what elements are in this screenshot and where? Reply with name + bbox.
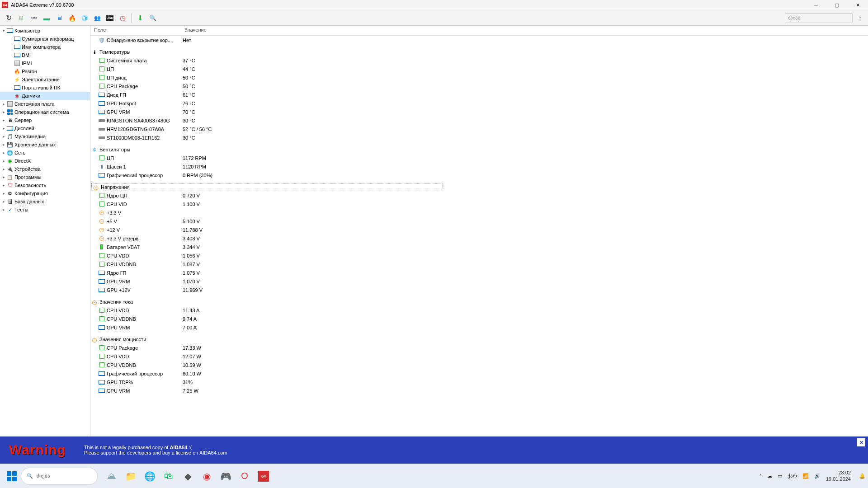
tree-node-2[interactable]: Имя компьютера (0, 43, 90, 51)
sensor-row[interactable]: ▮Шасси 11120 RPM (90, 162, 868, 171)
monitor-button[interactable]: 🖥 (54, 13, 64, 23)
sensor-row[interactable]: ЦП диод50 °C (90, 73, 868, 82)
osd-button[interactable]: OSD (105, 13, 115, 23)
expand-icon[interactable]: ▸ (1, 191, 6, 196)
sensor-row[interactable]: ~+3.3 V резерв3.408 V (90, 234, 868, 243)
task-opera[interactable]: O (236, 468, 253, 485)
taskbar-search[interactable]: 🔍 ძიება (21, 468, 98, 485)
tree-node-9[interactable]: ▸Системная плата (0, 100, 90, 108)
sensor-row[interactable]: GPU VRM70 °C (90, 108, 868, 116)
tree-node-16[interactable]: ▸◉DirectX (0, 157, 90, 165)
system-tray[interactable]: ^ ☁ ▭ ქარ 📶 🔊 23:02 19.01.2024 🔔 (760, 470, 865, 483)
report-button[interactable]: 🗎 (16, 13, 26, 23)
users-button[interactable]: 👥 (92, 13, 102, 23)
sensor-row[interactable]: Диод ГП61 °C (90, 90, 868, 99)
expand-icon[interactable]: ▸ (1, 110, 6, 114)
sensor-row[interactable]: ~+12 V11.788 V (90, 225, 868, 234)
section-header[interactable]: 🌡Температуры (90, 48, 868, 56)
sensor-row[interactable]: CPU VDDNB10.59 W (90, 361, 868, 369)
sensor-row[interactable]: Графический процессор60.10 W (90, 369, 868, 378)
tree-node-1[interactable]: Суммарная информац (0, 35, 90, 43)
expand-icon[interactable]: ▸ (1, 150, 6, 155)
benchmark-button[interactable]: 🔥 (67, 13, 77, 23)
sensor-row[interactable]: CPU VDD11.43 A (90, 306, 868, 314)
tree-node-15[interactable]: ▸🌐Сеть (0, 149, 90, 157)
sensor-row[interactable]: GPU VRM7.00 A (90, 323, 868, 332)
tree-node-19[interactable]: ▸🛡Безопасность (0, 181, 90, 189)
tree-node-22[interactable]: ▸✓Тесты (0, 206, 90, 214)
glasses-button[interactable]: 👓 (29, 13, 39, 23)
task-aida64[interactable]: 64 (255, 468, 272, 485)
expand-icon[interactable]: ▸ (1, 207, 6, 212)
expand-icon[interactable]: ▸ (1, 199, 6, 204)
sensor-row[interactable]: KINGSTON SA400S37480G30 °C (90, 116, 868, 125)
sensor-row[interactable]: Графический процессор0 RPM (30%) (90, 171, 868, 179)
task-edge[interactable]: 🌐 (141, 468, 158, 485)
tree-node-7[interactable]: Портативный ПК (0, 84, 90, 92)
section-header[interactable]: ~Напряжения (91, 183, 443, 191)
tray-language[interactable]: ქარ (788, 473, 797, 479)
sensor-row[interactable]: GPU VRM1.070 V (90, 277, 868, 286)
tree-node-17[interactable]: ▸🔌Устройства (0, 165, 90, 173)
sensor-row[interactable]: Ядро ГП1.075 V (90, 268, 868, 277)
tree-node-14[interactable]: ▸💾Хранение данных (0, 141, 90, 149)
task-app1[interactable]: ⛰ (103, 468, 120, 485)
section-header[interactable]: ~Значения мощности (90, 335, 868, 343)
close-button[interactable]: ✕ (847, 0, 868, 10)
task-app2[interactable]: ◆ (179, 468, 196, 485)
sensor-row[interactable]: ЦП1172 RPM (90, 154, 868, 162)
expand-icon[interactable]: ▾ (1, 28, 6, 33)
tree-node-18[interactable]: ▸📋Программы (0, 173, 90, 181)
expand-icon[interactable]: ▸ (1, 134, 6, 139)
sensor-row[interactable]: Ядро ЦП0.720 V (90, 191, 868, 200)
sensor-row[interactable]: ЦП44 °C (90, 65, 868, 73)
tree-node-6[interactable]: ⚡Электропитание (0, 75, 90, 84)
sensor-row[interactable]: CPU VDDNB1.087 V (90, 260, 868, 268)
toolbar-search-input[interactable]: ◊◊◊◊◊ (785, 13, 853, 23)
tray-wifi-icon[interactable]: 📶 (802, 473, 809, 479)
tray-volume-icon[interactable]: 🔊 (814, 473, 821, 479)
tree-node-3[interactable]: DMI (0, 51, 90, 59)
tree-node-21[interactable]: ▸🗄База данных (0, 197, 90, 206)
sensor-row[interactable]: HFM128GDGTNG-87A0A52 °C / 56 °C (90, 125, 868, 133)
download-button[interactable]: ⬇ (135, 13, 145, 23)
search-button[interactable]: 🔍 (148, 13, 158, 23)
sensor-row[interactable]: CPU VDD1.056 V (90, 251, 868, 260)
sensor-row[interactable]: Системная плата37 °C (90, 56, 868, 65)
sensor-row[interactable]: ST1000DM003-1ER16230 °C (90, 133, 868, 142)
tray-onedrive-icon[interactable]: ☁ (767, 473, 772, 479)
sensor-row[interactable]: GPU TDP%31% (90, 378, 868, 386)
tray-clock[interactable]: 23:02 19.01.2024 (826, 470, 851, 483)
tree-node-10[interactable]: ▸Операционная система (0, 108, 90, 116)
expand-icon[interactable]: ▸ (1, 118, 6, 122)
task-app3[interactable]: ◉ (198, 468, 215, 485)
sensor-row[interactable]: GPU +12V11.969 V (90, 286, 868, 294)
sensor-row[interactable]: ~+3.3 V (90, 208, 868, 217)
sensor-row[interactable]: CPU VDD12.07 W (90, 352, 868, 361)
sensor-row[interactable]: GPU VRM7.25 W (90, 386, 868, 395)
tree-node-5[interactable]: 🔥Разгон (0, 67, 90, 75)
tree-node-11[interactable]: ▸🖥Сервер (0, 116, 90, 124)
expand-icon[interactable]: ▸ (1, 159, 6, 163)
warning-close-button[interactable]: ✕ (857, 438, 865, 446)
toolbar-menu-button[interactable]: ⋮ (855, 15, 864, 21)
chassis-intrusion-row[interactable]: 🛡️ Обнаружено вскрытие кор... Нет (90, 36, 868, 44)
maximize-button[interactable]: ▢ (826, 0, 847, 10)
expand-icon[interactable]: ▸ (1, 183, 6, 188)
section-header[interactable]: ~Значения тока (90, 298, 868, 306)
minimize-button[interactable]: ─ (806, 0, 826, 10)
sensor-row[interactable]: CPU VID1.100 V (90, 200, 868, 208)
expand-icon[interactable]: ▸ (1, 167, 6, 171)
sensor-row[interactable]: Батарея VBAT3.344 V (90, 243, 868, 251)
refresh-button[interactable]: ↻ (4, 13, 14, 23)
tray-chevron-icon[interactable]: ^ (760, 474, 762, 479)
tree-node-8[interactable]: ◉Датчики (0, 92, 90, 100)
sensor-row[interactable]: ~+5 V5.100 V (90, 217, 868, 225)
task-app4[interactable]: 🎮 (217, 468, 234, 485)
sensor-row[interactable]: CPU Package17.33 W (90, 343, 868, 352)
expand-icon[interactable]: ▸ (1, 126, 6, 131)
tray-notifications-icon[interactable]: 🔔 (859, 473, 865, 479)
sensor-row[interactable]: CPU Package50 °C (90, 82, 868, 90)
tree-node-0[interactable]: ▾Компьютер (0, 27, 90, 35)
tray-battery-icon[interactable]: ▭ (778, 473, 782, 479)
